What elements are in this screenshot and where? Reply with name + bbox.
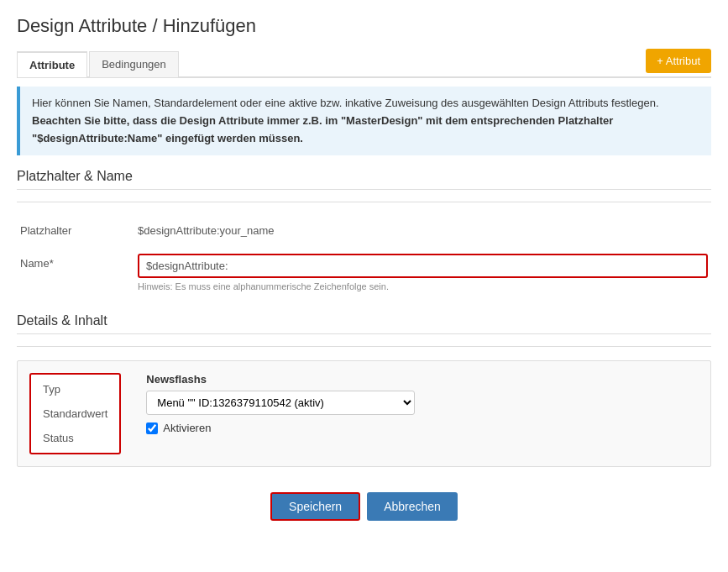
- page-title: Design Attribute / Hinzufügen: [17, 15, 711, 37]
- tabs-left: Attribute Bedingungen: [17, 50, 181, 76]
- name-hint: Hinweis: Es muss eine alphanummerische Z…: [138, 281, 708, 291]
- checkbox-row: Aktivieren: [146, 422, 699, 434]
- tabs-bar: Attribute Bedingungen + Attribut: [17, 49, 711, 78]
- aktivieren-checkbox[interactable]: [146, 422, 158, 434]
- section-platzhalter: Platzhalter & Name Platzhalter $designAt…: [17, 169, 711, 296]
- details-grid: Typ Standardwert Status Newsflashs Menü …: [29, 373, 699, 454]
- details-content: Typ Standardwert Status Newsflashs Menü …: [17, 360, 711, 467]
- tab-bedingungen[interactable]: Bedingungen: [89, 51, 179, 77]
- platzhalter-label: Platzhalter: [20, 221, 138, 237]
- section-details: Details & Inhalt Typ Standardwert Status…: [17, 313, 711, 467]
- newsflashs-select[interactable]: Menü "" ID:1326379110542 (aktiv): [146, 391, 415, 415]
- name-field-wrapper: $designAttribute: Hinweis: Es muss eine …: [138, 254, 708, 291]
- status-label: Status: [43, 432, 107, 444]
- platzhalter-row: Platzhalter $designAttribute:your_name: [17, 216, 711, 242]
- save-button[interactable]: Speichern: [270, 492, 360, 521]
- platzhalter-value: $designAttribute:your_name: [138, 221, 708, 237]
- name-label: Name*: [20, 254, 138, 270]
- section-divider: [17, 202, 711, 202]
- standardwert-label: Standardwert: [43, 407, 107, 420]
- cancel-button[interactable]: Abbrechen: [367, 492, 458, 521]
- section-details-title: Details & Inhalt: [17, 313, 711, 334]
- details-left-box: Typ Standardwert Status: [29, 373, 121, 454]
- details-right: Newsflashs Menü "" ID:1326379110542 (akt…: [146, 373, 699, 454]
- info-box: Hier können Sie Namen, Standardelement o…: [17, 87, 711, 155]
- add-attribute-button[interactable]: + Attribut: [646, 49, 711, 73]
- name-row: Name* $designAttribute: Hinweis: Es muss…: [17, 249, 711, 296]
- tab-attribute[interactable]: Attribute: [17, 51, 87, 77]
- section-details-divider: [17, 346, 711, 347]
- newsflashs-label: Newsflashs: [146, 373, 699, 386]
- section-platzhalter-title: Platzhalter & Name: [17, 169, 711, 190]
- name-prefix: $designAttribute:: [146, 260, 228, 272]
- aktivieren-label: Aktivieren: [163, 422, 211, 434]
- typ-label: Typ: [43, 383, 107, 396]
- button-row: Speichern Abbrechen: [17, 484, 711, 521]
- name-input-box[interactable]: $designAttribute:: [138, 254, 708, 278]
